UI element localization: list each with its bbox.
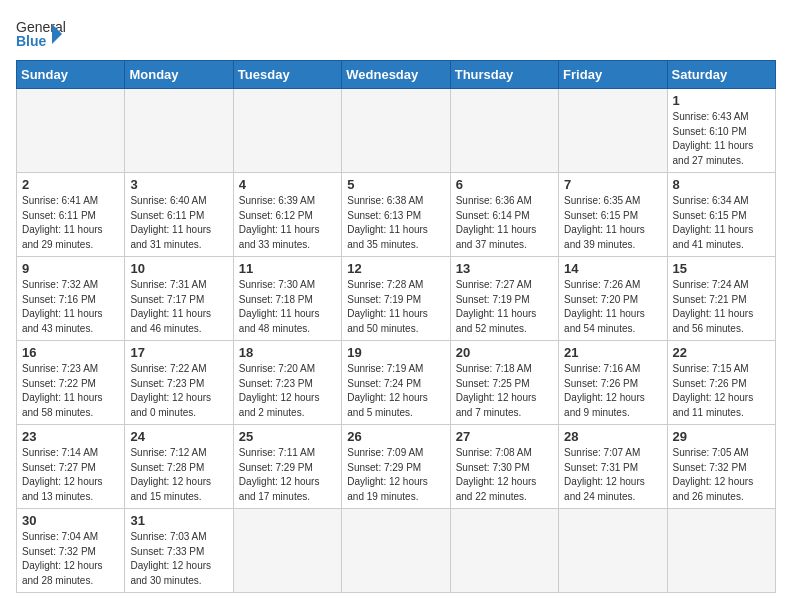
logo-svg: GeneralBlue (16, 16, 66, 52)
svg-text:Blue: Blue (16, 33, 47, 49)
day-info: Sunrise: 7:08 AM Sunset: 7:30 PM Dayligh… (456, 446, 553, 504)
day-number: 3 (130, 177, 227, 192)
weekday-header-monday: Monday (125, 61, 233, 89)
calendar-cell: 5Sunrise: 6:38 AM Sunset: 6:13 PM Daylig… (342, 173, 450, 257)
day-info: Sunrise: 7:14 AM Sunset: 7:27 PM Dayligh… (22, 446, 119, 504)
day-info: Sunrise: 6:40 AM Sunset: 6:11 PM Dayligh… (130, 194, 227, 252)
day-info: Sunrise: 7:30 AM Sunset: 7:18 PM Dayligh… (239, 278, 336, 336)
weekday-header-row: SundayMondayTuesdayWednesdayThursdayFrid… (17, 61, 776, 89)
day-number: 21 (564, 345, 661, 360)
day-number: 5 (347, 177, 444, 192)
day-number: 24 (130, 429, 227, 444)
calendar-table: SundayMondayTuesdayWednesdayThursdayFrid… (16, 60, 776, 593)
calendar-cell: 22Sunrise: 7:15 AM Sunset: 7:26 PM Dayli… (667, 341, 775, 425)
calendar-cell (450, 509, 558, 593)
calendar-cell: 13Sunrise: 7:27 AM Sunset: 7:19 PM Dayli… (450, 257, 558, 341)
calendar-cell (559, 89, 667, 173)
calendar-cell (233, 509, 341, 593)
day-info: Sunrise: 7:19 AM Sunset: 7:24 PM Dayligh… (347, 362, 444, 420)
day-info: Sunrise: 6:35 AM Sunset: 6:15 PM Dayligh… (564, 194, 661, 252)
day-number: 11 (239, 261, 336, 276)
day-info: Sunrise: 7:16 AM Sunset: 7:26 PM Dayligh… (564, 362, 661, 420)
calendar-cell: 17Sunrise: 7:22 AM Sunset: 7:23 PM Dayli… (125, 341, 233, 425)
calendar-cell: 27Sunrise: 7:08 AM Sunset: 7:30 PM Dayli… (450, 425, 558, 509)
week-row-5: 23Sunrise: 7:14 AM Sunset: 7:27 PM Dayli… (17, 425, 776, 509)
day-number: 20 (456, 345, 553, 360)
calendar-cell: 25Sunrise: 7:11 AM Sunset: 7:29 PM Dayli… (233, 425, 341, 509)
day-number: 26 (347, 429, 444, 444)
calendar-cell: 2Sunrise: 6:41 AM Sunset: 6:11 PM Daylig… (17, 173, 125, 257)
calendar-cell (125, 89, 233, 173)
day-info: Sunrise: 7:32 AM Sunset: 7:16 PM Dayligh… (22, 278, 119, 336)
calendar-cell: 12Sunrise: 7:28 AM Sunset: 7:19 PM Dayli… (342, 257, 450, 341)
calendar-cell (342, 509, 450, 593)
calendar-cell: 14Sunrise: 7:26 AM Sunset: 7:20 PM Dayli… (559, 257, 667, 341)
calendar-cell (450, 89, 558, 173)
day-info: Sunrise: 7:11 AM Sunset: 7:29 PM Dayligh… (239, 446, 336, 504)
day-number: 23 (22, 429, 119, 444)
day-info: Sunrise: 7:31 AM Sunset: 7:17 PM Dayligh… (130, 278, 227, 336)
calendar-cell: 10Sunrise: 7:31 AM Sunset: 7:17 PM Dayli… (125, 257, 233, 341)
day-info: Sunrise: 7:05 AM Sunset: 7:32 PM Dayligh… (673, 446, 770, 504)
day-number: 28 (564, 429, 661, 444)
calendar-cell: 4Sunrise: 6:39 AM Sunset: 6:12 PM Daylig… (233, 173, 341, 257)
weekday-header-saturday: Saturday (667, 61, 775, 89)
calendar-cell (667, 509, 775, 593)
day-info: Sunrise: 7:23 AM Sunset: 7:22 PM Dayligh… (22, 362, 119, 420)
day-number: 31 (130, 513, 227, 528)
calendar-cell: 19Sunrise: 7:19 AM Sunset: 7:24 PM Dayli… (342, 341, 450, 425)
day-number: 19 (347, 345, 444, 360)
day-info: Sunrise: 6:38 AM Sunset: 6:13 PM Dayligh… (347, 194, 444, 252)
calendar-cell: 20Sunrise: 7:18 AM Sunset: 7:25 PM Dayli… (450, 341, 558, 425)
day-number: 9 (22, 261, 119, 276)
day-info: Sunrise: 7:27 AM Sunset: 7:19 PM Dayligh… (456, 278, 553, 336)
calendar-cell: 8Sunrise: 6:34 AM Sunset: 6:15 PM Daylig… (667, 173, 775, 257)
calendar-cell: 28Sunrise: 7:07 AM Sunset: 7:31 PM Dayli… (559, 425, 667, 509)
day-number: 6 (456, 177, 553, 192)
day-info: Sunrise: 7:12 AM Sunset: 7:28 PM Dayligh… (130, 446, 227, 504)
day-info: Sunrise: 7:24 AM Sunset: 7:21 PM Dayligh… (673, 278, 770, 336)
day-info: Sunrise: 6:36 AM Sunset: 6:14 PM Dayligh… (456, 194, 553, 252)
day-info: Sunrise: 7:03 AM Sunset: 7:33 PM Dayligh… (130, 530, 227, 588)
page-header: GeneralBlue (16, 16, 776, 52)
week-row-1: 1Sunrise: 6:43 AM Sunset: 6:10 PM Daylig… (17, 89, 776, 173)
calendar-cell (233, 89, 341, 173)
weekday-header-wednesday: Wednesday (342, 61, 450, 89)
day-info: Sunrise: 7:22 AM Sunset: 7:23 PM Dayligh… (130, 362, 227, 420)
day-number: 25 (239, 429, 336, 444)
day-info: Sunrise: 6:34 AM Sunset: 6:15 PM Dayligh… (673, 194, 770, 252)
calendar-cell: 3Sunrise: 6:40 AM Sunset: 6:11 PM Daylig… (125, 173, 233, 257)
day-info: Sunrise: 7:26 AM Sunset: 7:20 PM Dayligh… (564, 278, 661, 336)
calendar-cell: 31Sunrise: 7:03 AM Sunset: 7:33 PM Dayli… (125, 509, 233, 593)
weekday-header-tuesday: Tuesday (233, 61, 341, 89)
day-number: 14 (564, 261, 661, 276)
day-number: 7 (564, 177, 661, 192)
day-number: 10 (130, 261, 227, 276)
day-number: 18 (239, 345, 336, 360)
calendar-cell (17, 89, 125, 173)
calendar-cell: 29Sunrise: 7:05 AM Sunset: 7:32 PM Dayli… (667, 425, 775, 509)
day-number: 1 (673, 93, 770, 108)
weekday-header-thursday: Thursday (450, 61, 558, 89)
day-number: 4 (239, 177, 336, 192)
calendar-cell: 11Sunrise: 7:30 AM Sunset: 7:18 PM Dayli… (233, 257, 341, 341)
calendar-cell (342, 89, 450, 173)
day-info: Sunrise: 7:07 AM Sunset: 7:31 PM Dayligh… (564, 446, 661, 504)
day-number: 2 (22, 177, 119, 192)
week-row-3: 9Sunrise: 7:32 AM Sunset: 7:16 PM Daylig… (17, 257, 776, 341)
day-info: Sunrise: 7:20 AM Sunset: 7:23 PM Dayligh… (239, 362, 336, 420)
day-info: Sunrise: 7:09 AM Sunset: 7:29 PM Dayligh… (347, 446, 444, 504)
day-info: Sunrise: 7:15 AM Sunset: 7:26 PM Dayligh… (673, 362, 770, 420)
calendar-cell (559, 509, 667, 593)
calendar-cell: 9Sunrise: 7:32 AM Sunset: 7:16 PM Daylig… (17, 257, 125, 341)
day-number: 15 (673, 261, 770, 276)
day-number: 12 (347, 261, 444, 276)
calendar-cell: 23Sunrise: 7:14 AM Sunset: 7:27 PM Dayli… (17, 425, 125, 509)
calendar-cell: 26Sunrise: 7:09 AM Sunset: 7:29 PM Dayli… (342, 425, 450, 509)
logo: GeneralBlue (16, 16, 66, 52)
day-number: 13 (456, 261, 553, 276)
calendar-cell: 24Sunrise: 7:12 AM Sunset: 7:28 PM Dayli… (125, 425, 233, 509)
calendar-cell: 7Sunrise: 6:35 AM Sunset: 6:15 PM Daylig… (559, 173, 667, 257)
calendar-cell: 30Sunrise: 7:04 AM Sunset: 7:32 PM Dayli… (17, 509, 125, 593)
day-info: Sunrise: 7:04 AM Sunset: 7:32 PM Dayligh… (22, 530, 119, 588)
